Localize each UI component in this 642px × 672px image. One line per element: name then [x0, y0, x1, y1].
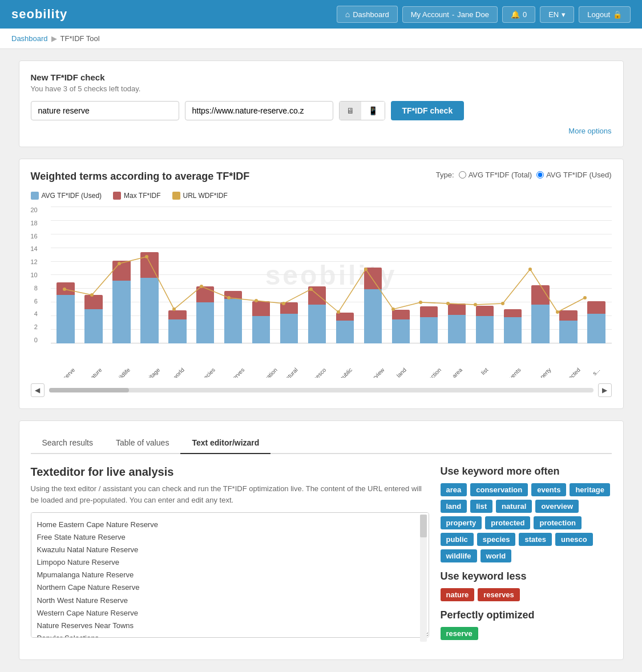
bar-group-list: list	[472, 207, 498, 343]
chart-area: seobility 20 18 16 14 12 10 8 6 4 2 0	[51, 207, 612, 343]
bar-group-protected: protected	[556, 207, 582, 343]
kw-tag-natural[interactable]: natural	[496, 500, 532, 513]
new-check-form: 🖥 📱 TF*IDF check	[31, 101, 612, 120]
notifications-button[interactable]: 🔔 0	[502, 6, 535, 23]
bar-label-natural: natural	[282, 367, 299, 378]
scroll-thumb[interactable]	[49, 388, 129, 392]
logout-button[interactable]: Logout 🔒	[579, 6, 631, 23]
mobile-button[interactable]: 📱	[361, 102, 385, 120]
scroll-left-button[interactable]: ◀	[31, 383, 45, 397]
dashboard-button[interactable]: ⌂ Dashboard	[337, 6, 398, 23]
bar-label-s: s...	[592, 367, 601, 377]
breadcrumb-home[interactable]: Dashboard	[11, 34, 48, 43]
chart-title: Weighted terms according to average TF*I…	[31, 171, 250, 183]
tfidf-check-button[interactable]: TF*IDF check	[391, 101, 465, 120]
bar-group-heritage: heritage	[136, 207, 162, 343]
url-input[interactable]	[185, 101, 333, 120]
kw-tag-public[interactable]: public	[441, 533, 474, 546]
bar-label-world: world	[171, 367, 185, 378]
kw-tag-property[interactable]: property	[441, 516, 482, 529]
desktop-button[interactable]: 🖥	[340, 102, 361, 120]
kw-tag-states[interactable]: states	[519, 533, 552, 546]
kw-tag-land[interactable]: land	[441, 500, 467, 513]
bar-label-protected: protected	[560, 367, 582, 378]
myaccount-button[interactable]: My Account - Jane Doe	[402, 6, 498, 23]
kw-tag-events[interactable]: events	[531, 483, 566, 496]
use-less-tags: nature reserves	[441, 588, 612, 601]
kw-tag-protected[interactable]: protected	[485, 516, 530, 529]
bar-red-events	[504, 309, 522, 317]
type-used-radio[interactable]: AVG TF*IDF (Used)	[536, 171, 611, 179]
bar-red-world	[168, 310, 186, 319]
kw-tag-protection[interactable]: protection	[534, 516, 582, 529]
bar-blue-world	[168, 319, 186, 343]
bar-red-area	[448, 303, 466, 315]
scroll-right-button[interactable]: ▶	[598, 383, 612, 397]
bar-group-area: area	[444, 207, 470, 343]
bar-group-property: property	[528, 207, 554, 343]
kw-tag-list[interactable]: list	[470, 500, 492, 513]
tab-table-of-values[interactable]: Table of values	[104, 432, 180, 454]
bar-group-public: public	[332, 207, 358, 343]
bar-label-nature: nature	[87, 367, 103, 378]
home-icon: ⌂	[345, 10, 350, 19]
bar-group-natural: natural	[276, 207, 302, 343]
legend-avg-color	[31, 192, 39, 200]
bar-blue-land	[392, 319, 410, 343]
perfect-tags: reserve	[441, 627, 612, 640]
bar-blue-protection	[420, 317, 438, 343]
bar-label-land: land	[395, 367, 407, 378]
header-nav: ⌂ Dashboard My Account - Jane Doe 🔔 0 EN…	[337, 6, 631, 23]
legend-avg: AVG TF*IDF (Used)	[31, 192, 102, 200]
bar-red-protected	[559, 310, 577, 321]
kw-tag-species[interactable]: species	[477, 533, 516, 546]
bell-icon: 🔔	[511, 10, 520, 19]
bar-red-species	[196, 286, 214, 302]
use-more-title: Use keyword more often	[441, 465, 612, 477]
y-axis: 20 18 16 14 12 10 8 6 4 2 0	[31, 207, 40, 343]
editor-title: Texteditor for live analysis	[31, 465, 429, 479]
bar-group-land: land	[388, 207, 414, 343]
kw-tag-area[interactable]: area	[441, 483, 467, 496]
editor-section: Texteditor for live analysis Using the t…	[31, 465, 612, 648]
bar-red-list	[476, 306, 494, 316]
tabs: Search results Table of values Text edit…	[31, 432, 612, 454]
editor-textarea[interactable]: Home Eastern Cape Nature Reserve Free St…	[31, 512, 429, 638]
kw-tag-conservation[interactable]: conservation	[470, 483, 528, 496]
bar-blue-wildlife	[112, 281, 130, 343]
bar-red-s	[587, 301, 605, 314]
kw-tag-world[interactable]: world	[481, 549, 512, 562]
new-check-subtitle: You have 3 of 5 checks left today.	[31, 84, 612, 93]
scrollbar-thumb[interactable]	[420, 515, 427, 537]
more-options-link[interactable]: More options	[568, 127, 611, 135]
bar-label-heritage: heritage	[142, 367, 161, 378]
bar-blue-protected	[559, 321, 577, 343]
legend-max-color	[113, 192, 121, 200]
scroll-track[interactable]	[49, 388, 593, 392]
bar-group-conservation: conservation	[248, 207, 274, 343]
legend-url: URL WDF*IDF	[172, 192, 228, 200]
type-total-radio[interactable]: AVG TF*IDF (Total)	[459, 171, 532, 179]
tab-search-results[interactable]: Search results	[31, 432, 104, 454]
kw-tag-overview[interactable]: overview	[535, 500, 579, 513]
bar-label-property: property	[533, 367, 552, 378]
bar-blue-area	[448, 315, 466, 343]
tab-text-editor[interactable]: Text editor/wizard	[180, 432, 270, 454]
new-check-title: New TF*IDF check	[31, 72, 612, 82]
kw-tag-reserve[interactable]: reserve	[441, 627, 478, 640]
scrollbar-track	[420, 515, 427, 642]
bar-red-nature	[84, 295, 102, 309]
bar-blue-reserve	[56, 295, 74, 343]
bar-red-wildlife	[112, 261, 130, 281]
kw-tag-heritage[interactable]: heritage	[570, 483, 610, 496]
bar-blue-list	[476, 316, 494, 343]
kw-tag-wildlife[interactable]: wildlife	[441, 549, 477, 562]
kw-tag-nature[interactable]: nature	[441, 588, 475, 601]
bar-red-reserves	[224, 291, 242, 299]
kw-tag-unesco[interactable]: unesco	[555, 533, 593, 546]
keyword-input[interactable]	[31, 101, 179, 120]
kw-tag-reserves[interactable]: reserves	[478, 588, 520, 601]
legend-max: Max TF*IDF	[113, 192, 160, 200]
bar-label-wildlife: wildlife	[115, 367, 131, 378]
language-button[interactable]: EN ▾	[540, 6, 574, 23]
